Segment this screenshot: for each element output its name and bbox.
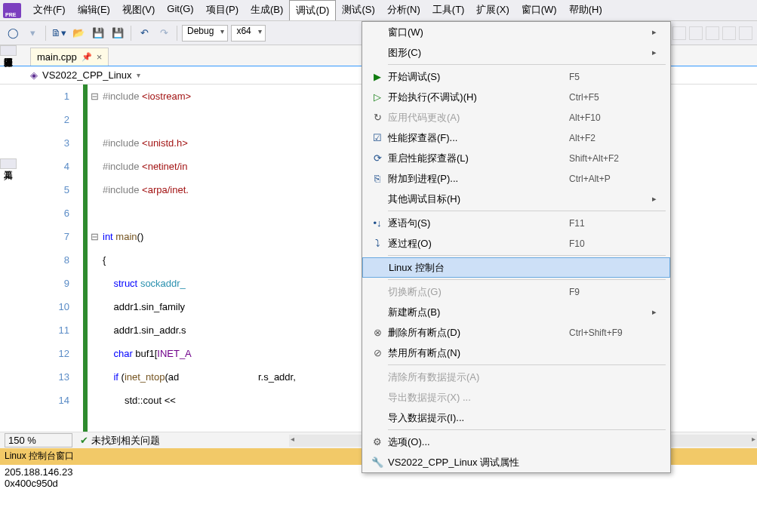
menu-9[interactable]: 工具(T)	[426, 0, 471, 20]
menu-item-icon: ⤵	[367, 238, 388, 249]
menu-item-icon: ▷	[367, 91, 388, 103]
menu-item[interactable]: 新建断点(B)▸	[362, 302, 670, 322]
config-combo[interactable]: Debug	[182, 25, 228, 42]
menu-item-icon: ↻	[367, 112, 388, 123]
menu-item[interactable]: ⤵逐过程(O)F10	[362, 233, 670, 254]
submenu-arrow-icon: ▸	[652, 307, 663, 317]
menu-item-label: 逐语句(S)	[388, 217, 569, 230]
menu-item[interactable]: 其他调试目标(H)▸	[362, 189, 670, 209]
menu-item-shortcut: F5	[569, 72, 652, 82]
menu-item-shortcut: Shift+Alt+F2	[569, 153, 652, 164]
menu-item-label: 禁用所有断点(N)	[388, 346, 569, 360]
menu-item-shortcut: F10	[569, 238, 652, 249]
menu-item-label: 附加到进程(P)...	[388, 172, 569, 186]
menu-item-label: 其他调试目标(H)	[388, 192, 569, 206]
menu-item-icon: ⟳	[367, 152, 388, 164]
menu-item-icon: ⊗	[367, 327, 388, 338]
menu-item-shortcut: F9	[569, 287, 652, 297]
menu-item-shortcut: Alt+F10	[569, 112, 652, 123]
menu-item[interactable]: ▷开始执行(不调试)(H)Ctrl+F5	[362, 87, 670, 107]
menu-item[interactable]: ⎘附加到进程(P)...Ctrl+Alt+P	[362, 168, 670, 189]
menu-5[interactable]: 生成(B)	[245, 0, 289, 20]
menu-2[interactable]: 视图(V)	[116, 0, 161, 20]
vs-logo	[3, 3, 21, 18]
menu-7[interactable]: 测试(S)	[336, 0, 380, 20]
menu-item-label: 图形(C)	[388, 46, 569, 60]
menu-item-icon: ☑	[367, 132, 388, 143]
menu-item-label: 窗口(W)	[388, 26, 569, 39]
menu-item-label: 开始调试(S)	[388, 70, 569, 84]
sidetab-server-explorer[interactable]: 服务器资源管理器	[0, 45, 17, 56]
menu-item-label: 导入数据提示(I)...	[388, 411, 569, 425]
close-icon[interactable]: ×	[97, 51, 103, 63]
pin-icon[interactable]: 📌	[82, 52, 92, 62]
menu-item-label: 新建断点(B)	[388, 306, 569, 319]
menu-item[interactable]: Linux 控制台	[362, 257, 670, 278]
menu-item-icon: ▶	[367, 71, 388, 82]
menu-item-label: 清除所有数据提示(A)	[388, 371, 569, 384]
menu-6[interactable]: 调试(D)	[289, 0, 336, 20]
menubar: 文件(F)编辑(E)视图(V)Git(G)项目(P)生成(B)调试(D)测试(S…	[0, 0, 757, 21]
submenu-arrow-icon: ▸	[652, 48, 663, 57]
menu-item-label: 应用代码更改(A)	[388, 111, 569, 125]
platform-combo[interactable]: x64	[231, 25, 265, 42]
menu-item-label: 性能探查器(F)...	[388, 131, 569, 145]
menu-item-label: 切换断点(G)	[388, 285, 569, 299]
menu-item-label: Linux 控制台	[389, 261, 568, 275]
menu-item[interactable]: ▶开始调试(S)F5	[362, 66, 670, 87]
menu-1[interactable]: 编辑(E)	[72, 0, 116, 20]
menu-item-label: 选项(O)...	[388, 435, 569, 449]
menu-item[interactable]: 图形(C)▸	[362, 42, 670, 63]
menu-item[interactable]: 导入数据提示(I)...	[362, 407, 670, 428]
submenu-arrow-icon: ▸	[652, 27, 663, 37]
menu-item: 清除所有数据提示(A)	[362, 367, 670, 387]
menu-0[interactable]: 文件(F)	[27, 0, 72, 20]
breadcrumb-text: VS2022_CPP_Linux	[42, 69, 132, 81]
menu-10[interactable]: 扩展(X)	[470, 0, 515, 20]
submenu-arrow-icon: ▸	[652, 194, 663, 204]
menu-item-shortcut: Alt+F2	[569, 133, 652, 143]
save-icon[interactable]: 💾	[90, 25, 106, 42]
debug-menu-dropdown: 窗口(W)▸图形(C)▸▶开始调试(S)F5▷开始执行(不调试)(H)Ctrl+…	[362, 21, 671, 473]
menu-item[interactable]: ⟳重启性能探查器(L)Shift+Alt+F2	[362, 148, 670, 168]
menu-item-icon: ⎘	[367, 173, 388, 184]
fold-gutter[interactable]: ⊟⊟	[88, 85, 101, 432]
menu-item: 切换断点(G)F9	[362, 281, 670, 302]
menu-item[interactable]: 🔧VS2022_CPP_Linux 调试属性	[362, 452, 670, 472]
menu-11[interactable]: 窗口(W)	[515, 0, 563, 20]
menu-item[interactable]: •↓逐语句(S)F11	[362, 213, 670, 233]
undo-icon[interactable]: ↶	[136, 25, 152, 42]
menu-item-shortcut: Ctrl+Shift+F9	[569, 328, 652, 338]
menu-item[interactable]: ⚙选项(O)...	[362, 432, 670, 452]
status-text: 未找到相关问题	[91, 434, 160, 447]
back-icon[interactable]: ◯	[5, 25, 21, 42]
menu-4[interactable]: 项目(P)	[200, 0, 245, 20]
menu-item: 导出数据提示(X) ...	[362, 387, 670, 407]
ok-icon: ✔	[80, 435, 88, 446]
redo-icon[interactable]: ↷	[155, 25, 172, 42]
menu-item[interactable]: ⊘禁用所有断点(N)	[362, 343, 670, 363]
menu-item-icon: ⚙	[367, 436, 388, 447]
menu-item-shortcut: F11	[569, 218, 652, 229]
menu-item[interactable]: ⊗删除所有断点(D)Ctrl+Shift+F9	[362, 322, 670, 343]
menu-item[interactable]: ☑性能探查器(F)...Alt+F2	[362, 128, 670, 148]
new-file-icon[interactable]: 🗎▾	[51, 25, 67, 42]
menu-item-label: 删除所有断点(D)	[388, 326, 569, 340]
menu-item: ↻应用代码更改(A)Alt+F10	[362, 107, 670, 128]
open-icon[interactable]: 📂	[70, 25, 87, 42]
menu-item-icon: ⊘	[367, 347, 388, 358]
menu-item-label: 开始执行(不调试)(H)	[388, 91, 569, 104]
save-all-icon[interactable]: 💾	[109, 25, 126, 42]
menu-item-shortcut: Ctrl+F5	[569, 92, 652, 103]
menu-12[interactable]: 帮助(H)	[563, 0, 608, 20]
menu-item-label: 逐过程(O)	[388, 237, 569, 251]
menu-8[interactable]: 分析(N)	[381, 0, 426, 20]
menu-item[interactable]: 窗口(W)▸	[362, 22, 670, 42]
zoom-combo[interactable]: 150 %	[5, 433, 72, 447]
fwd-icon[interactable]: ▾	[24, 25, 41, 42]
menu-item-label: 重启性能探查器(L)	[388, 152, 569, 165]
menu-3[interactable]: Git(G)	[161, 0, 199, 20]
tab-filename: main.cpp	[37, 51, 77, 63]
editor-tab[interactable]: main.cpp 📌 ×	[30, 48, 109, 66]
chevron-down-icon: ▾	[137, 71, 140, 79]
